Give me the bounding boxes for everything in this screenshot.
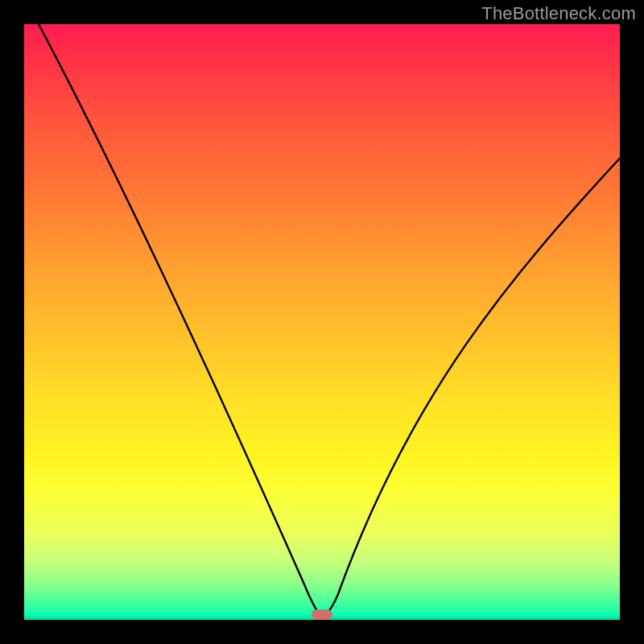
watermark-text: TheBottleneck.com	[481, 3, 636, 24]
plot-area	[24, 24, 620, 620]
curve-path	[39, 24, 620, 617]
bottleneck-curve	[24, 24, 620, 620]
minimum-marker	[312, 609, 332, 619]
chart-frame: TheBottleneck.com	[0, 0, 644, 644]
